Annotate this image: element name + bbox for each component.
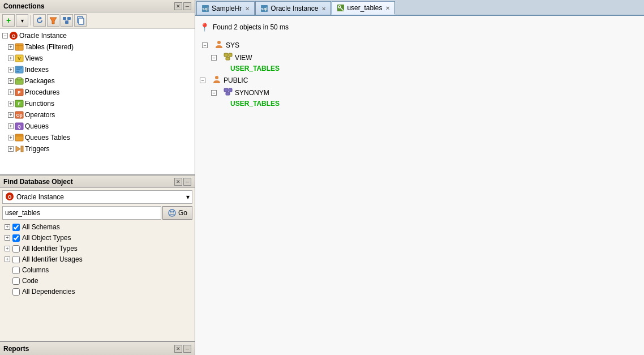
expand-sys-view[interactable]: − <box>211 55 217 61</box>
result-row-public[interactable]: − PUBLIC <box>200 74 639 87</box>
tab-oracle-close[interactable]: ✕ <box>321 6 326 12</box>
tree-row-functions[interactable]: + F Functions <box>6 99 195 109</box>
tree-row-oracle-instance[interactable]: − O Oracle Instance <box>0 31 195 41</box>
svg-text:P: P <box>18 90 21 95</box>
expand-triggers[interactable]: + <box>8 146 14 152</box>
tree-item-queues[interactable]: + Q Queues <box>6 121 195 132</box>
checkbox-all-identifier-types-input[interactable] <box>12 245 20 253</box>
result-label-public: PUBLIC <box>224 76 248 84</box>
tree-row-tables-filtered[interactable]: + Tables (Filtered) <box>6 42 195 52</box>
tree-item-tables-filtered[interactable]: + Tables (Filtered) <box>6 41 195 53</box>
checkbox-code-label: Code <box>22 277 38 285</box>
refresh-icon <box>35 16 44 25</box>
sys-user-icon <box>214 40 224 50</box>
tree-row-packages[interactable]: + Packages <box>6 76 195 86</box>
svg-marker-31 <box>16 146 20 152</box>
filter-icon <box>49 16 58 25</box>
tab-user-tables[interactable]: user_tables ✕ <box>332 1 395 15</box>
tree-row-procedures[interactable]: + P Procedures <box>6 87 195 97</box>
expand-all-object-types[interactable]: + <box>5 235 10 241</box>
expand-functions[interactable]: + <box>8 101 14 106</box>
checkbox-all-dependencies-input[interactable] <box>12 288 20 296</box>
tree-label-oracle-instance: Oracle Instance <box>19 32 67 40</box>
expand-oracle-instance[interactable]: − <box>2 33 8 39</box>
expand-queues[interactable]: + <box>8 123 14 129</box>
find-panel-close-btn[interactable]: ✕ <box>174 178 182 186</box>
connection-dropdown-label: Oracle Instance <box>16 193 64 201</box>
result-row-sys-user-tables[interactable]: USER_TABLES <box>200 63 639 74</box>
tree-row-triggers[interactable]: + Triggers <box>6 144 195 154</box>
refresh-btn[interactable] <box>33 14 46 27</box>
tree-item-oracle-instance[interactable]: − O Oracle Instance <box>0 30 195 41</box>
expand-all-schemas[interactable]: + <box>5 224 10 230</box>
expand-tables-filtered[interactable]: + <box>8 44 14 50</box>
result-label-sys: SYS <box>226 41 239 49</box>
svg-rect-52 <box>226 92 230 95</box>
procedures-icon: P <box>15 88 24 97</box>
svg-text:sql: sql <box>261 6 268 11</box>
tree-item-procedures[interactable]: + P Procedures <box>6 87 195 98</box>
reports-close-btn[interactable]: ✕ <box>174 345 182 353</box>
tab-oracle-instance[interactable]: sql Oracle Instance ✕ <box>255 1 331 15</box>
svg-text:O: O <box>11 33 15 39</box>
tab-user-tables-close[interactable]: ✕ <box>385 5 390 11</box>
tree-row-indexes[interactable]: + Indexes <box>6 65 195 75</box>
expand-public-synonym[interactable]: − <box>211 90 217 96</box>
tree-item-views[interactable]: + V Views <box>6 53 195 64</box>
expand-procedures[interactable]: + <box>8 89 14 95</box>
expand-sys[interactable]: − <box>202 42 208 48</box>
filter-btn[interactable] <box>47 14 59 27</box>
connection-dropdown[interactable]: O Oracle Instance ▾ <box>2 190 192 204</box>
reports-minimize-btn[interactable]: ─ <box>183 345 191 353</box>
checkbox-all-object-types-label: All Object Types <box>22 234 71 242</box>
operators-icon: Op <box>15 110 24 119</box>
tree-item-queues-tables[interactable]: + Queues Tables <box>6 132 195 143</box>
copy-btn[interactable] <box>74 14 87 27</box>
checkbox-all-object-types-input[interactable] <box>12 234 20 242</box>
expand-all-identifier-usages[interactable]: + <box>5 256 10 262</box>
checkbox-all-dependencies-label: All Dependencies <box>22 288 75 296</box>
result-row-public-user-tables[interactable]: USER_TABLES <box>200 99 639 109</box>
tree-row-queues-tables[interactable]: + Queues Tables <box>6 132 195 143</box>
tree-row-views[interactable]: + V Views <box>6 53 195 63</box>
result-row-sys[interactable]: − SYS <box>200 39 639 52</box>
expand-views[interactable]: + <box>8 55 14 61</box>
reports-title: Reports <box>3 345 29 353</box>
checkbox-columns-input[interactable] <box>12 267 20 274</box>
tab-samplehr[interactable]: sql SampleHr ✕ <box>196 1 255 15</box>
tree-label-packages: Packages <box>25 77 55 85</box>
connection-dropdown-icon: O <box>5 192 14 203</box>
find-panel-minimize-btn[interactable]: ─ <box>183 178 191 186</box>
result-row-sys-view[interactable]: − VIEW <box>200 52 639 63</box>
result-row-public-synonym[interactable]: − SYNONYM <box>200 87 639 99</box>
tree-item-packages[interactable]: + Packages <box>6 75 195 87</box>
schema-btn[interactable] <box>61 14 73 27</box>
expand-queues-tables[interactable]: + <box>8 135 14 140</box>
expand-public[interactable]: − <box>200 78 205 83</box>
tab-bar: sql SampleHr ✕ sql Oracle Instance ✕ <box>195 0 644 16</box>
copy-icon <box>76 16 85 25</box>
expand-indexes[interactable]: + <box>8 67 14 72</box>
tree-item-functions[interactable]: + F Functions <box>6 98 195 109</box>
tree-row-operators[interactable]: + Op Operators <box>6 110 195 120</box>
tree-item-indexes[interactable]: + Indexes <box>6 64 195 75</box>
connections-tree[interactable]: − O Oracle Instance + <box>0 29 195 174</box>
expand-operators[interactable]: + <box>8 112 14 118</box>
connections-minimize-btn[interactable]: ─ <box>183 2 191 10</box>
checkbox-code-input[interactable] <box>12 277 20 285</box>
tree-item-operators[interactable]: + Op Operators <box>6 109 195 121</box>
tab-samplehr-close[interactable]: ✕ <box>245 6 250 12</box>
go-button[interactable]: Go <box>162 206 192 220</box>
tree-row-queues[interactable]: + Q Queues <box>6 121 195 131</box>
expand-all-identifier-types[interactable]: + <box>5 246 10 251</box>
dropdown-btn[interactable]: ▾ <box>16 14 28 27</box>
connections-close-btn[interactable]: ✕ <box>174 2 182 10</box>
checkbox-all-schemas-input[interactable] <box>12 224 20 231</box>
expand-packages[interactable]: + <box>8 78 14 84</box>
checkbox-all-identifier-usages-input[interactable] <box>12 256 20 263</box>
svg-point-45 <box>217 41 221 44</box>
search-input[interactable] <box>2 206 161 220</box>
add-connection-btn[interactable]: + <box>2 14 15 27</box>
tree-item-triggers[interactable]: + Triggers <box>6 143 195 155</box>
tab-samplehr-icon: sql <box>201 5 209 12</box>
